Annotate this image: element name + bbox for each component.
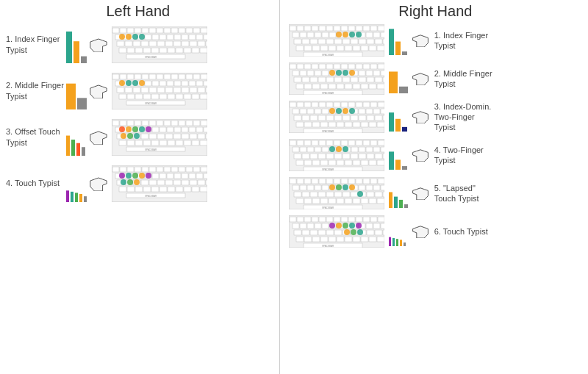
keyboard — [112, 119, 207, 156]
right-section: Right Hand 1. Index FingerTypist2. Middl… — [283, 0, 588, 374]
bar-chart — [387, 24, 409, 57]
left-section: Left Hand 1. Index FingerTypist2. Middle… — [0, 0, 276, 374]
hand-shape — [88, 37, 109, 52]
typist-row: 4. Two-FingerTypist — [289, 139, 582, 171]
keyboard — [112, 165, 207, 202]
bar-chart — [387, 177, 409, 209]
typist-row: 5. "Lapsed"Touch Typist — [289, 177, 582, 209]
typist-label: 4. Two-FingerTypist — [430, 145, 496, 166]
hand-shape — [88, 84, 109, 98]
hand-shape — [411, 110, 430, 123]
typist-label: 2. Middle FingerTypist — [430, 68, 496, 90]
typist-label: 4. Touch Typist — [6, 178, 65, 188]
keyboard — [289, 62, 384, 95]
keyboard — [112, 73, 207, 109]
bar-chart — [65, 24, 88, 65]
keyboard — [112, 26, 207, 63]
bar-chart — [65, 117, 88, 157]
typist-label: 3. Offset TouchTypist — [6, 126, 65, 148]
typist-row: 1. Index FingerTypist — [289, 24, 582, 57]
left-header: Left Hand — [6, 3, 270, 20]
main-container: Left Hand 1. Index FingerTypist2. Middle… — [0, 0, 588, 374]
typist-row: 3. Offset TouchTypist — [6, 117, 270, 157]
typist-label: 3. Index-Domin.Two-FingerTypist — [430, 101, 496, 133]
section-divider — [279, 0, 280, 374]
keyboard — [289, 177, 384, 209]
hand-shape — [411, 72, 430, 85]
keyboard — [289, 139, 384, 171]
typist-row: 6. Touch Typist — [289, 215, 582, 248]
hand-shape — [411, 148, 430, 162]
bar-chart — [65, 71, 88, 111]
right-typists: 1. Index FingerTypist2. Middle FingerTyp… — [289, 24, 582, 253]
typist-label: 6. Touch Typist — [430, 226, 496, 237]
typist-row: 2. Middle FingerTypist — [289, 62, 582, 95]
typist-label: 1. Index FingerTypist — [430, 30, 496, 51]
hand-shape — [88, 130, 109, 145]
right-header: Right Hand — [289, 3, 582, 20]
hand-shape — [411, 225, 430, 238]
typist-row: 4. Touch Typist — [6, 163, 270, 204]
keyboard — [289, 215, 384, 248]
keyboard — [289, 24, 384, 57]
typist-row: 2. Middle FingerTypist — [6, 71, 270, 111]
hand-shape — [88, 176, 109, 191]
bar-chart — [387, 215, 409, 248]
typist-label: 2. Middle FingerTypist — [6, 80, 65, 101]
typist-row: 1. Index FingerTypist — [6, 24, 270, 65]
typist-label: 5. "Lapsed"Touch Typist — [430, 183, 496, 204]
bar-chart — [387, 139, 409, 171]
typist-label: 1. Index FingerTypist — [6, 34, 65, 55]
left-typists: 1. Index FingerTypist2. Middle FingerTyp… — [6, 24, 270, 209]
bar-chart — [387, 101, 409, 133]
hand-shape — [411, 34, 430, 47]
typist-row: 3. Index-Domin.Two-FingerTypist — [289, 101, 582, 133]
bar-chart — [387, 62, 409, 95]
hand-shape — [411, 187, 430, 200]
keyboard — [289, 101, 384, 133]
bar-chart — [65, 163, 88, 204]
